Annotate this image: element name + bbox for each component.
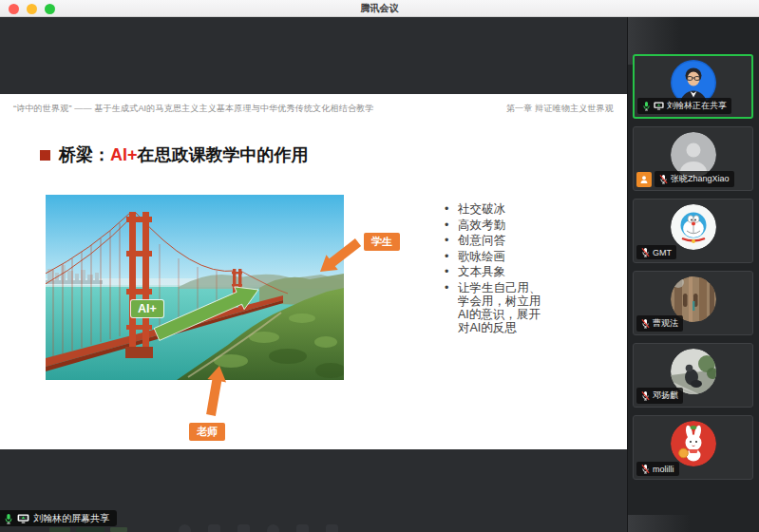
mic-on-icon [642,101,651,111]
mic-muted-icon [641,390,650,401]
slide-title-highlight: AI+ [110,145,138,165]
mic-muted-icon [641,318,650,329]
participant-name-badge: 张晓ZhangXiao [655,171,734,187]
slide-title-prefix: 桥梁： [59,143,110,166]
callout-teacher: 老师 [189,423,225,441]
mic-muted-icon [641,247,650,257]
participant-name: molilli [653,465,674,474]
participant-name: 曹观法 [653,317,678,330]
callout-student: 学生 [364,233,400,251]
rabbit-cartoon-avatar [671,421,716,466]
avatar [671,421,716,466]
window-titlebar: 腾讯会议 [0,0,759,17]
slide-header-right: 第一章 辩证唯物主义世界观 [506,103,614,115]
participant-tile-caoguanfa[interactable]: 曹观法 [633,271,753,335]
presentation-slide: “诗中的世界观” —— 基于生成式AI的马克思主义主义基本原理与中华优秀传统文化… [0,94,627,449]
participant-name: 邓扬麒 [653,390,678,402]
bullet-list: 社交破冰 高效考勤 创意问答 歌咏绘画 文本具象 让学生自己用、学会用，树立用A… [443,202,614,336]
participant-name: GMT [653,248,672,257]
slide-header: “诗中的世界观” —— 基于生成式AI的马克思主义主义基本原理与中华优秀传统文化… [13,103,614,115]
host-role-badge [636,172,652,187]
bullet-item: 创意问答 [443,234,541,247]
shared-screen-area: “诗中的世界观” —— 基于生成式AI的马克思主义主义基本原理与中华优秀传统文化… [0,17,628,532]
participants-sidebar: 刘翰林正在共享 [628,17,759,532]
minimize-window-button[interactable] [27,4,37,14]
close-window-button[interactable] [9,4,19,14]
slide-header-left: “诗中的世界观” —— 基于生成式AI的马克思主义主义基本原理与中华优秀传统文化… [13,103,374,115]
tencent-meeting-window: 腾讯会议 “诗中的世界观” —— 基于生成式AI的马克思主义主义基本原理与中华优… [0,0,759,532]
traffic-lights [9,4,55,14]
doraemon-cartoon-avatar [671,204,716,250]
participant-tile-zhangxiao[interactable]: 张晓ZhangXiao [633,126,753,191]
participant-name-badge: molilli [636,462,679,476]
title-bullet-square-icon [40,150,50,161]
bottom-toolbar-icons [179,524,338,532]
screen-share-icon [654,102,664,110]
participant-name-badge: 刘翰林正在共享 [637,98,731,114]
person-icon [639,175,649,184]
participant-tile-liuhanlin[interactable]: 刘翰林正在共享 [633,54,753,119]
mic-muted-icon [659,174,668,184]
golden-gate-bridge-photo [46,195,344,380]
participant-name-badge: 曹观法 [636,315,683,332]
callout-ai: AI+ [131,300,163,317]
participant-name-badge: GMT [636,245,676,259]
mic-on-icon [4,513,13,524]
participant-tile-gmt[interactable]: GMT [633,199,753,263]
participant-name: 刘翰林正在共享 [667,100,727,112]
bullet-item: 歌咏绘画 [443,250,541,263]
participant-tile-dengyangqi[interactable]: 邓扬麒 [633,343,753,408]
slide-title-suffix: 在思政课教学中的作用 [138,143,309,166]
participant-name-badge: 邓扬麒 [636,388,683,404]
screen-share-icon [17,514,29,523]
bullet-item: 社交破冰 [443,202,541,216]
sidebar-gradient-bottom [628,515,691,532]
window-title: 腾讯会议 [0,0,759,16]
participant-name: 张晓ZhangXiao [671,173,730,185]
cutoff-preview-strip [49,527,127,532]
screen-share-status-badge[interactable]: 刘翰林的屏幕共享 [0,510,117,526]
zoom-window-button[interactable] [45,4,55,14]
bullet-item: 让学生自己用、学会用，树立用AI的意识，展开对AI的反思 [443,281,541,334]
participant-tile-molilli[interactable]: molilli [633,415,753,480]
bullet-item: 文本具象 [443,265,541,278]
screen-share-status-label: 刘翰林的屏幕共享 [33,512,109,525]
avatar [671,204,716,250]
bullet-item: 高效考勤 [443,218,541,232]
mic-muted-icon [641,464,650,474]
slide-title: 桥梁： AI+ 在思政课教学中的作用 [40,143,309,166]
